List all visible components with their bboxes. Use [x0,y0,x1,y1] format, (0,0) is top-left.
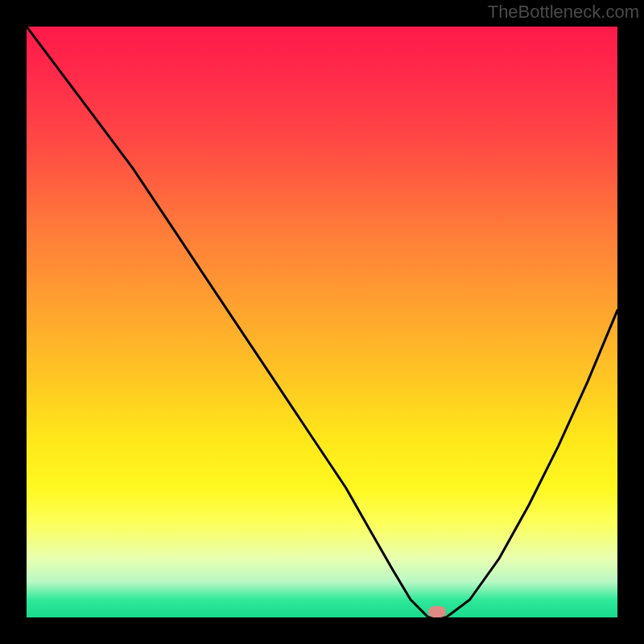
chart-container: TheBottleneck.com [0,0,644,644]
optimum-marker [428,606,446,617]
watermark-text: TheBottleneck.com [488,2,639,23]
plot-area [27,27,617,617]
bottleneck-curve [27,27,617,617]
